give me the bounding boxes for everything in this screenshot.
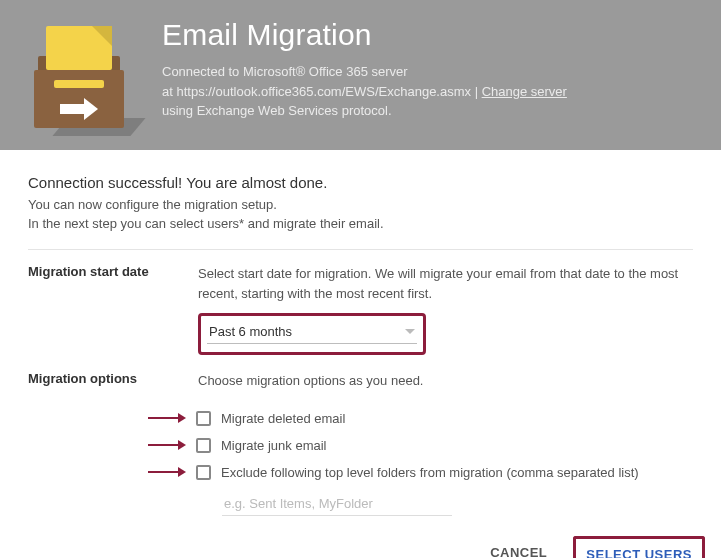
- cancel-button[interactable]: CANCEL: [484, 537, 553, 558]
- body-content: Connection successful! You are almost do…: [0, 150, 721, 530]
- option-deleted-label: Migrate deleted email: [221, 411, 345, 426]
- pointer-arrow-icon: [148, 413, 188, 423]
- option-deleted-row: Migrate deleted email: [148, 411, 693, 426]
- pointer-arrow-icon: [148, 467, 188, 477]
- options-label: Migration options: [28, 371, 198, 401]
- intro-line-1: You can now configure the migration setu…: [28, 197, 693, 212]
- checkbox-junk-email[interactable]: [196, 438, 211, 453]
- footer-actions: CANCEL SELECT USERS: [0, 530, 721, 559]
- connection-url-line: at https://outlook.office365.com/EWS/Exc…: [162, 82, 567, 102]
- start-date-label: Migration start date: [28, 264, 198, 355]
- start-date-dropdown[interactable]: Past 6 months: [207, 320, 417, 344]
- start-date-highlight: Past 6 months: [198, 313, 426, 355]
- protocol-line: using Exchange Web Services protocol.: [162, 101, 567, 121]
- page-title: Email Migration: [162, 18, 567, 52]
- intro-line-2: In the next step you can select users* a…: [28, 216, 693, 231]
- option-exclude-row: Exclude following top level folders from…: [148, 465, 693, 480]
- migration-box-icon: [24, 18, 134, 128]
- divider: [28, 249, 693, 250]
- options-desc: Choose migration options as you need.: [198, 371, 693, 391]
- option-junk-label: Migrate junk email: [221, 438, 327, 453]
- select-users-button[interactable]: SELECT USERS: [573, 536, 705, 559]
- chevron-down-icon: [405, 329, 415, 334]
- checkbox-exclude-folders[interactable]: [196, 465, 211, 480]
- arrow-right-icon: [60, 98, 104, 118]
- option-exclude-label: Exclude following top level folders from…: [221, 465, 639, 480]
- exclude-folders-input[interactable]: [222, 492, 452, 516]
- intro-title: Connection successful! You are almost do…: [28, 174, 693, 191]
- start-date-desc: Select start date for migration. We will…: [198, 264, 693, 303]
- option-junk-row: Migrate junk email: [148, 438, 693, 453]
- change-server-link[interactable]: Change server: [482, 84, 567, 99]
- checkbox-deleted-email[interactable]: [196, 411, 211, 426]
- header-banner: Email Migration Connected to Microsoft® …: [0, 0, 721, 150]
- connection-line: Connected to Microsoft® Office 365 serve…: [162, 62, 567, 82]
- start-date-selected: Past 6 months: [209, 324, 292, 339]
- pointer-arrow-icon: [148, 440, 188, 450]
